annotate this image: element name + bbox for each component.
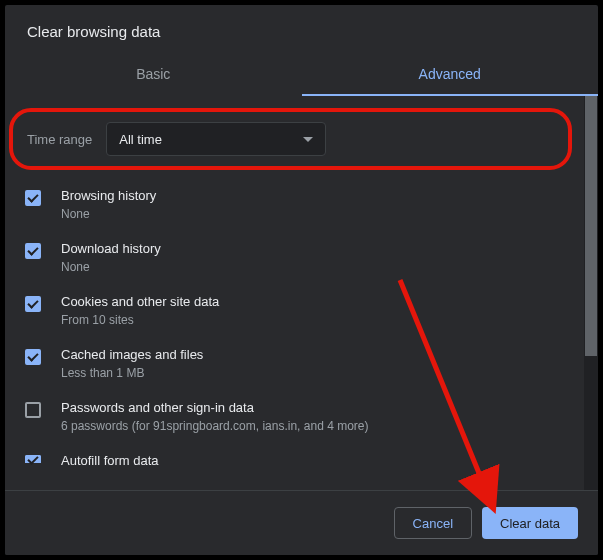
time-range-label: Time range — [27, 132, 92, 147]
content-area: Time range All time Browsing history Non… — [5, 96, 584, 490]
time-range-row: Time range All time — [9, 108, 572, 170]
option-title: Download history — [61, 241, 564, 256]
option-sub: 6 passwords (for 91springboard.com, ians… — [61, 419, 564, 433]
option-text: Browsing history None — [61, 188, 564, 221]
option-title: Autofill form data — [61, 453, 564, 468]
option-title: Cached images and files — [61, 347, 564, 362]
time-range-select[interactable]: All time — [106, 122, 326, 156]
scrollbar-thumb[interactable] — [585, 96, 597, 356]
option-autofill[interactable]: Autofill form data — [5, 443, 584, 472]
option-sub: Less than 1 MB — [61, 366, 564, 380]
chevron-down-icon — [303, 137, 313, 142]
option-cached-files[interactable]: Cached images and files Less than 1 MB — [5, 337, 584, 390]
cancel-button[interactable]: Cancel — [394, 507, 472, 539]
dialog-title: Clear browsing data — [27, 23, 576, 40]
option-download-history[interactable]: Download history None — [5, 231, 584, 284]
option-title: Browsing history — [61, 188, 564, 203]
scrollbar[interactable] — [584, 96, 598, 490]
option-sub: None — [61, 260, 564, 274]
dialog-header: Clear browsing data — [5, 5, 598, 52]
option-sub: None — [61, 207, 564, 221]
checkbox-autofill[interactable] — [25, 455, 41, 463]
option-text: Cookies and other site data From 10 site… — [61, 294, 564, 327]
time-range-value: All time — [119, 132, 162, 147]
option-sub: From 10 sites — [61, 313, 564, 327]
tab-advanced[interactable]: Advanced — [302, 52, 599, 96]
option-title: Cookies and other site data — [61, 294, 564, 309]
option-text: Cached images and files Less than 1 MB — [61, 347, 564, 380]
option-text: Passwords and other sign-in data 6 passw… — [61, 400, 564, 433]
tab-basic[interactable]: Basic — [5, 52, 302, 96]
option-cookies[interactable]: Cookies and other site data From 10 site… — [5, 284, 584, 337]
tab-bar: Basic Advanced — [5, 52, 598, 96]
checkbox-cookies[interactable] — [25, 296, 41, 312]
checkbox-browsing-history[interactable] — [25, 190, 41, 206]
checkbox-cached-files[interactable] — [25, 349, 41, 365]
checkbox-download-history[interactable] — [25, 243, 41, 259]
content-wrapper: Time range All time Browsing history Non… — [5, 96, 598, 490]
dialog-footer: Cancel Clear data — [5, 490, 598, 555]
option-text: Download history None — [61, 241, 564, 274]
option-passwords[interactable]: Passwords and other sign-in data 6 passw… — [5, 390, 584, 443]
checkbox-passwords[interactable] — [25, 402, 41, 418]
clear-data-button[interactable]: Clear data — [482, 507, 578, 539]
option-browsing-history[interactable]: Browsing history None — [5, 178, 584, 231]
clear-browsing-data-dialog: Clear browsing data Basic Advanced Time … — [5, 5, 598, 555]
option-title: Passwords and other sign-in data — [61, 400, 564, 415]
option-text: Autofill form data — [61, 453, 564, 472]
